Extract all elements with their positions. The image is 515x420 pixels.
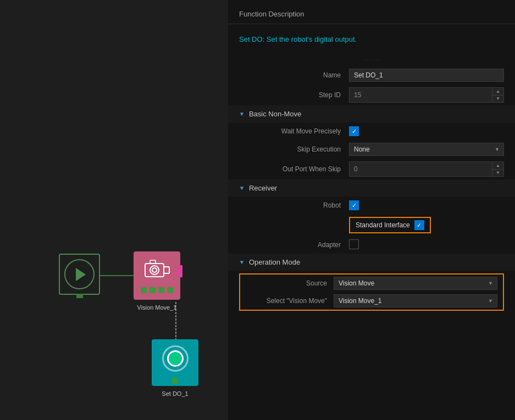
vision-bottom-ports bbox=[134, 287, 180, 296]
standard-interface-checkbox[interactable]: ✓ bbox=[414, 220, 424, 230]
svg-point-4 bbox=[152, 268, 157, 272]
select-vision-label: Select "Vision Move" bbox=[246, 297, 334, 305]
func-desc-description: Set DO: Set the robot's digital output. bbox=[239, 35, 357, 43]
adapter-checkbox[interactable] bbox=[349, 239, 359, 249]
source-select-wrapper[interactable]: Vision Move Linear Move Joint Move bbox=[334, 277, 497, 290]
set-do-inner-circle bbox=[167, 350, 184, 367]
wait-move-label: Wait Move Precisely bbox=[239, 127, 349, 135]
node-vision-move[interactable]: Vision Move_1 bbox=[134, 251, 180, 300]
receiver-section[interactable]: ▼ Receiver bbox=[228, 180, 515, 197]
receiver-label: Receiver bbox=[249, 184, 277, 192]
standard-interface-row: Standard Interface ✓ bbox=[228, 214, 515, 236]
basic-non-move-triangle: ▼ bbox=[239, 111, 245, 117]
port-1 bbox=[141, 287, 147, 293]
svg-point-3 bbox=[150, 266, 159, 275]
receiver-triangle: ▼ bbox=[239, 185, 245, 191]
func-desc-header: Function Description bbox=[228, 0, 515, 24]
step-id-arrows[interactable]: ▲ ▼ bbox=[492, 88, 503, 102]
step-id-spinner[interactable]: 15 ▲ ▼ bbox=[349, 87, 504, 103]
out-port-spinner[interactable]: 0 ▲ ▼ bbox=[349, 161, 504, 177]
name-label: Name bbox=[239, 71, 349, 79]
start-node-circle bbox=[64, 259, 95, 289]
play-icon bbox=[76, 268, 86, 281]
set-do-icon-area bbox=[152, 339, 198, 378]
operation-mode-box: Source Vision Move Linear Move Joint Mov… bbox=[239, 273, 504, 311]
source-dropdown-wrapper[interactable]: Vision Move Linear Move Joint Move bbox=[334, 277, 497, 290]
standard-interface-label: Standard Interface bbox=[356, 221, 410, 229]
port-3 bbox=[158, 287, 164, 293]
skip-execution-dropdown-wrapper[interactable]: None Always Conditional bbox=[349, 143, 504, 156]
out-port-arrows[interactable]: ▲ ▼ bbox=[492, 162, 503, 176]
set-do-outer-ring bbox=[162, 345, 189, 372]
skip-execution-select[interactable]: None Always Conditional bbox=[349, 143, 504, 156]
select-vision-dropdown-wrapper[interactable]: Vision Move_1 Vision Move_2 bbox=[334, 294, 497, 307]
out-port-label: Out Port When Skip bbox=[239, 165, 349, 173]
out-port-row: Out Port When Skip 0 ▲ ▼ bbox=[228, 159, 515, 180]
source-row: Source Vision Move Linear Move Joint Mov… bbox=[240, 275, 503, 292]
node-set-do[interactable]: Set DO_1 bbox=[152, 339, 198, 386]
func-desc-text: Set DO: Set the robot's digital output. bbox=[228, 24, 515, 54]
step-id-up[interactable]: ▲ bbox=[492, 88, 503, 96]
out-port-value: 0 bbox=[350, 163, 492, 175]
start-node-connector bbox=[76, 294, 83, 298]
select-vision-select[interactable]: Vision Move_1 Vision Move_2 bbox=[334, 294, 497, 307]
divider-dots: · · · · · · bbox=[228, 54, 515, 66]
source-label: Source bbox=[246, 279, 334, 287]
step-id-down[interactable]: ▼ bbox=[492, 96, 503, 103]
wait-move-checkbox[interactable]: ✓ bbox=[349, 126, 359, 136]
skip-execution-label: Skip Execution bbox=[239, 145, 349, 153]
adapter-row: Adapter bbox=[228, 236, 515, 254]
out-port-up[interactable]: ▲ bbox=[492, 162, 503, 170]
node-start[interactable] bbox=[59, 254, 100, 295]
name-value-wrapper[interactable] bbox=[349, 69, 504, 82]
skip-execution-select-wrapper[interactable]: None Always Conditional bbox=[349, 143, 504, 156]
step-id-value: 15 bbox=[350, 89, 492, 101]
robot-label: Robot bbox=[239, 201, 349, 209]
source-select[interactable]: Vision Move Linear Move Joint Move bbox=[334, 277, 497, 290]
standard-interface-highlight[interactable]: Standard Interface ✓ bbox=[349, 217, 431, 233]
out-port-value-wrapper: 0 ▲ ▼ bbox=[349, 161, 504, 177]
standard-interface-wrapper[interactable]: Standard Interface ✓ bbox=[349, 217, 504, 233]
properties-panel: Function Description Set DO: Set the rob… bbox=[228, 0, 515, 420]
svg-rect-5 bbox=[164, 267, 169, 273]
adapter-checkbox-wrapper[interactable] bbox=[349, 239, 504, 251]
wait-move-checkbox-wrapper[interactable]: ✓ bbox=[349, 126, 504, 136]
step-id-row: Step ID 15 ▲ ▼ bbox=[228, 85, 515, 105]
skip-execution-row: Skip Execution None Always Conditional bbox=[228, 140, 515, 159]
canvas-panel: Vision Move_1 Set DO_1 bbox=[0, 0, 228, 420]
operation-mode-triangle: ▼ bbox=[239, 259, 245, 265]
robot-checkbox-wrapper[interactable]: ✓ bbox=[349, 200, 504, 210]
wait-move-row: Wait Move Precisely ✓ bbox=[228, 122, 515, 140]
basic-non-move-label: Basic Non-Move bbox=[249, 110, 301, 118]
set-do-bottom-port bbox=[152, 378, 198, 384]
step-id-label: Step ID bbox=[239, 91, 349, 99]
basic-non-move-section[interactable]: ▼ Basic Non-Move bbox=[228, 105, 515, 122]
robot-checkbox[interactable]: ✓ bbox=[349, 200, 359, 210]
name-input[interactable] bbox=[349, 69, 504, 82]
select-vision-select-wrapper[interactable]: Vision Move_1 Vision Move_2 bbox=[334, 294, 497, 307]
func-desc-title: Function Description bbox=[239, 10, 304, 18]
port-2 bbox=[149, 287, 156, 293]
name-row: Name bbox=[228, 66, 515, 85]
vision-move-icon bbox=[144, 259, 170, 280]
adapter-label: Adapter bbox=[239, 241, 349, 249]
set-do-port bbox=[172, 378, 178, 384]
select-vision-row: Select "Vision Move" Vision Move_1 Visio… bbox=[240, 292, 503, 310]
set-do-node-label: Set DO_1 bbox=[162, 390, 188, 397]
out-port-down[interactable]: ▼ bbox=[492, 170, 503, 177]
port-4 bbox=[167, 287, 173, 293]
vision-node-label: Vision Move_1 bbox=[137, 304, 177, 311]
step-id-value-wrapper: 15 ▲ ▼ bbox=[349, 87, 504, 103]
operation-mode-label: Operation Mode bbox=[249, 258, 300, 266]
robot-row: Robot ✓ bbox=[228, 197, 515, 214]
vision-icon-area bbox=[134, 251, 180, 287]
operation-mode-section[interactable]: ▼ Operation Mode bbox=[228, 254, 515, 271]
vision-port-right bbox=[178, 265, 182, 277]
